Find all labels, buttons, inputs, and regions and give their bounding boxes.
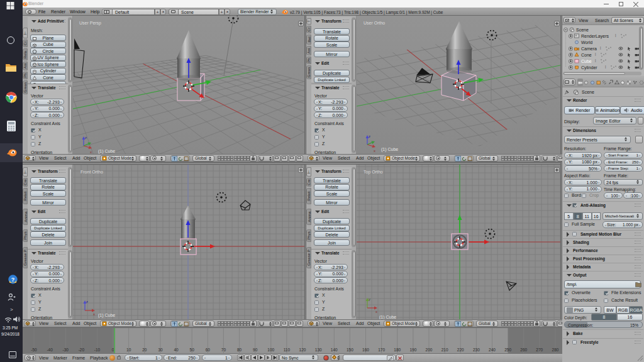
svg-text:30: 30 [158, 348, 163, 352]
svg-text:60: 60 [206, 348, 211, 352]
svg-text:280: 280 [552, 348, 559, 352]
svg-text:x: x [374, 149, 375, 153]
svg-text:200: 200 [426, 348, 433, 352]
svg-text:180: 180 [394, 348, 401, 352]
svg-text:170: 170 [378, 348, 385, 352]
svg-text:50: 50 [190, 348, 195, 352]
svg-text:160: 160 [362, 348, 369, 352]
svg-text:User Ortho: User Ortho [364, 21, 385, 25]
svg-text:z: z [369, 134, 370, 138]
svg-text:20: 20 [142, 348, 147, 352]
svg-text:?: ? [11, 277, 15, 283]
svg-text:(1) Cube: (1) Cube [98, 149, 115, 154]
svg-text:80: 80 [237, 348, 242, 352]
svg-text:z: z [85, 136, 87, 140]
svg-text:100: 100 [267, 348, 274, 352]
svg-text:-40: -40 [47, 348, 53, 352]
svg-text:230: 230 [473, 348, 480, 352]
svg-text:(1) Cube: (1) Cube [98, 313, 115, 318]
svg-text:z: z [86, 300, 88, 304]
svg-text:90: 90 [253, 348, 258, 352]
svg-text:User Persp: User Persp [79, 21, 101, 26]
svg-text:140: 140 [331, 348, 338, 352]
svg-text:-30: -30 [62, 348, 69, 352]
svg-text:10: 10 [126, 348, 131, 352]
svg-text:Front Ortho: Front Ortho [80, 170, 103, 174]
svg-text:-50: -50 [31, 348, 37, 352]
svg-text:-20: -20 [79, 348, 85, 352]
svg-text:210: 210 [441, 348, 448, 352]
svg-text:190: 190 [409, 348, 416, 352]
svg-text:260: 260 [520, 348, 527, 352]
svg-text:y: y [369, 297, 370, 301]
svg-text:(1) Cube: (1) Cube [381, 147, 398, 152]
svg-text:x: x [375, 310, 377, 314]
svg-text:Top Ortho: Top Ortho [364, 170, 383, 175]
svg-text:120: 120 [299, 348, 306, 352]
svg-text:220: 220 [457, 348, 464, 352]
svg-text:240: 240 [489, 348, 496, 352]
svg-text:70: 70 [221, 348, 226, 352]
svg-text:40: 40 [174, 348, 179, 352]
svg-text:x: x [93, 312, 95, 316]
svg-text:(1) Cube: (1) Cube [379, 315, 396, 319]
svg-text:250: 250 [504, 348, 511, 352]
svg-text:270: 270 [536, 348, 543, 352]
svg-text:-10: -10 [94, 348, 101, 352]
svg-text:150: 150 [347, 348, 353, 352]
svg-text:130: 130 [315, 348, 322, 352]
svg-text:110: 110 [284, 348, 291, 352]
